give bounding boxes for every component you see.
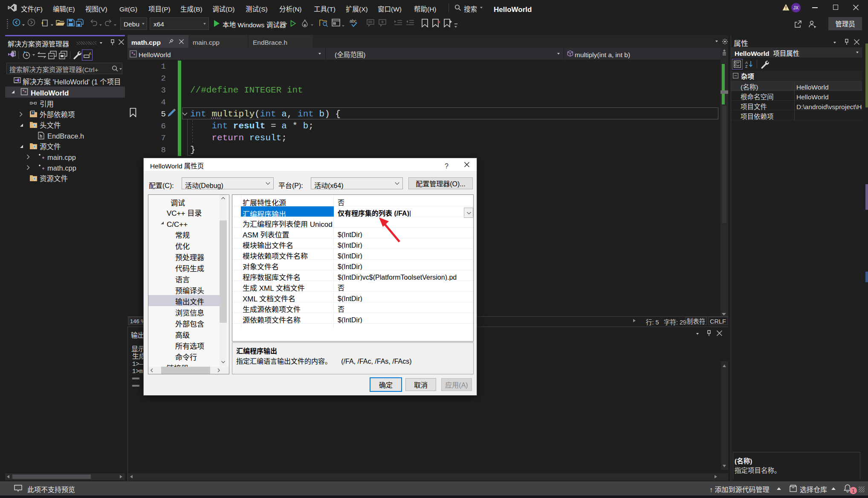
- svg-text:abc: abc: [350, 19, 356, 23]
- svg-text:A: A: [745, 61, 748, 65]
- svg-text:Z: Z: [745, 64, 748, 68]
- svg-text:h: h: [40, 134, 42, 139]
